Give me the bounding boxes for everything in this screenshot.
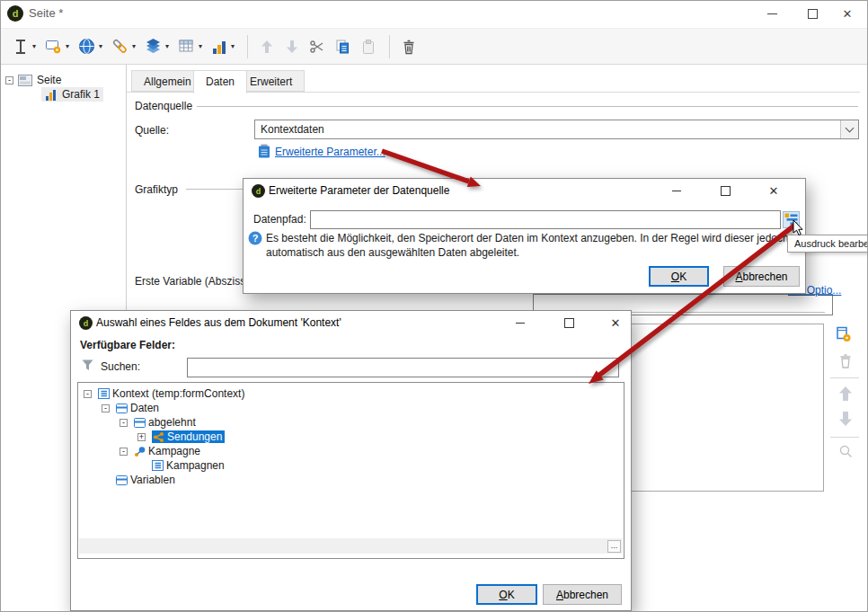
tree-item-abgelehnt[interactable]: - abgelehnt xyxy=(79,415,623,430)
tree-item-kontext[interactable]: - Kontext (temp:formContext) xyxy=(79,386,623,401)
tab-erweitert[interactable]: Erweitert xyxy=(237,70,305,92)
search-input[interactable] xyxy=(187,358,619,377)
list-icon xyxy=(152,460,164,471)
chevron-down-icon: ▾ xyxy=(231,42,235,50)
layers-tool-button[interactable]: ▾ xyxy=(141,33,173,60)
minimize-button[interactable] xyxy=(664,179,689,203)
svg-text:?: ? xyxy=(252,233,259,244)
chevron-down-icon: ▾ xyxy=(199,42,202,50)
delete-button[interactable] xyxy=(397,33,421,60)
page-icon xyxy=(18,75,32,86)
ok-button[interactable]: OK xyxy=(476,584,537,605)
chevron-down-icon: ▾ xyxy=(165,42,169,50)
ok-button-label: K xyxy=(679,271,686,283)
tree-item-kampagnen[interactable]: Kampagnen xyxy=(79,458,623,473)
dialog-erweiterte-parameter: d Erweiterte Parameter der Datenquelle ✕… xyxy=(243,178,806,294)
tree-item-variablen[interactable]: Variablen xyxy=(79,473,623,487)
move-down-button[interactable] xyxy=(280,33,304,60)
paste-button[interactable] xyxy=(357,33,380,60)
list-icon xyxy=(98,388,110,399)
minimize-button[interactable] xyxy=(508,311,533,335)
overflow-button[interactable]: ... xyxy=(607,540,621,553)
bar-chart-icon xyxy=(45,88,58,101)
dialog-title: Erweiterte Parameter der Datenquelle xyxy=(269,179,449,203)
cancel-button[interactable]: Abbrechen xyxy=(723,266,800,287)
tree-item-label: Variablen xyxy=(130,474,175,486)
ok-button-label: K xyxy=(508,589,515,601)
add-item-icon[interactable] xyxy=(836,326,852,342)
tree-item-label: Seite xyxy=(37,74,61,86)
filter-icon xyxy=(82,359,93,371)
collection-icon xyxy=(116,404,128,413)
reference-icon xyxy=(134,446,146,457)
group-datenquelle-label: Datenquelle xyxy=(135,100,192,112)
dialog-info-text: Es besteht die Möglichkeit, den Speicher… xyxy=(266,231,792,260)
maximize-button[interactable] xyxy=(797,0,828,27)
close-button[interactable]: ✕ xyxy=(761,179,786,203)
tree-item-label: Kontext (temp:formContext) xyxy=(112,387,244,400)
share-icon xyxy=(153,431,164,443)
expander-icon[interactable]: - xyxy=(84,390,92,398)
tree-item-grafik[interactable]: Grafik 1 xyxy=(41,87,103,102)
expander-icon[interactable]: + xyxy=(137,433,146,441)
quelle-combobox[interactable]: Kontextdaten xyxy=(254,120,859,139)
mouse-cursor xyxy=(793,220,805,238)
globe-icon xyxy=(78,38,95,55)
form-control-tool-button[interactable]: ▾ xyxy=(41,33,73,60)
ok-button-label: O xyxy=(499,589,507,601)
copy-button[interactable] xyxy=(331,33,355,60)
close-button[interactable]: ✕ xyxy=(832,0,863,27)
search-disabled-icon[interactable] xyxy=(838,444,854,459)
table-tool-button[interactable]: ▾ xyxy=(174,33,206,60)
group-line xyxy=(186,189,244,190)
maximize-button[interactable] xyxy=(556,311,581,335)
minimize-button[interactable] xyxy=(757,0,787,27)
dropdown-button[interactable] xyxy=(840,120,858,138)
expander-icon[interactable]: - xyxy=(5,76,13,84)
tree-item-sendungen[interactable]: + Sendungen xyxy=(79,430,623,444)
window-title: Seite * xyxy=(29,0,63,27)
cancel-button-label: bbrechen xyxy=(742,271,787,283)
app-logo-icon: d xyxy=(79,316,93,330)
tree-item-seite[interactable]: - Seite xyxy=(5,73,61,87)
trash-disabled-icon[interactable] xyxy=(838,353,853,369)
arrow-up-icon xyxy=(259,39,275,55)
tree-item-kampagne[interactable]: - Kampagne xyxy=(79,444,623,458)
move-down-disabled-icon[interactable] xyxy=(837,410,854,428)
chevron-down-icon: ▾ xyxy=(66,42,69,50)
separator xyxy=(830,377,859,378)
web-element-tool-button[interactable]: ▾ xyxy=(75,33,106,60)
expander-icon[interactable]: - xyxy=(120,448,128,456)
move-up-disabled-icon[interactable] xyxy=(837,385,854,403)
link-tool-button[interactable]: ▾ xyxy=(108,33,139,60)
clipboard-paste-icon xyxy=(360,39,376,55)
erste-variable-label: Erste Variable (Abszisse xyxy=(135,275,244,288)
horizontal-scrollbar[interactable]: ... xyxy=(79,538,623,554)
close-button[interactable]: ✕ xyxy=(603,311,628,335)
expander-icon[interactable]: - xyxy=(120,419,128,427)
cancel-button[interactable]: Abbrechen xyxy=(543,584,622,605)
field-tree[interactable]: - Kontext (temp:formContext) - Daten - a… xyxy=(77,382,624,559)
expander-icon[interactable]: - xyxy=(102,404,110,412)
chart-tool-button[interactable]: ▾ xyxy=(208,33,238,60)
layers-icon xyxy=(145,38,162,55)
spacing-tool-button[interactable]: ▾ xyxy=(9,33,40,60)
ok-button[interactable]: OK xyxy=(649,266,709,287)
tree-item-daten[interactable]: - Daten xyxy=(79,401,623,415)
tree-item-label: Kampagnen xyxy=(166,459,225,472)
maximize-button[interactable] xyxy=(713,179,738,203)
cancel-button-label: A xyxy=(735,271,742,283)
chevron-down-icon: ▾ xyxy=(99,42,102,50)
cut-button[interactable] xyxy=(306,33,329,60)
tree-item-label: Grafik 1 xyxy=(62,88,100,101)
group-grafiktyp-label: Grafiktyp xyxy=(135,183,178,196)
dialog-feld-auswahl: d Auswahl eines Feldes aus dem Dokument … xyxy=(70,310,632,611)
tab-daten[interactable]: Daten xyxy=(193,70,247,93)
tree-item-label: Daten xyxy=(130,402,159,414)
table-icon xyxy=(178,38,195,55)
erweiterte-parameter-link[interactable]: Erweiterte Parameter... xyxy=(275,146,385,158)
main-toolbar: ▾ ▾ ▾ ▾ ▾ xyxy=(0,28,868,65)
datenpfad-input[interactable] xyxy=(310,210,781,229)
chevron-down-icon: ▾ xyxy=(32,42,36,50)
move-up-button[interactable] xyxy=(255,33,279,60)
